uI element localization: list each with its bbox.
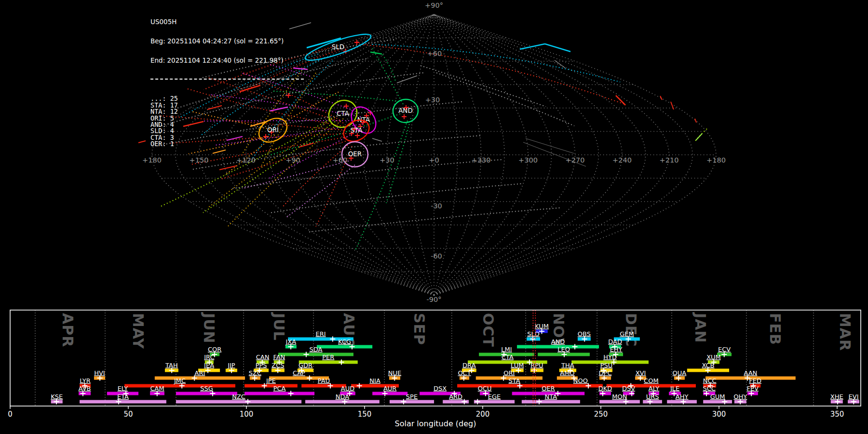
shower-label: EGE	[488, 393, 501, 400]
shower-label: FAN	[273, 353, 285, 361]
shower-label: PAU	[318, 377, 330, 384]
map-grid-meridian	[434, 14, 669, 295]
map-lon-label: +330	[472, 156, 491, 164]
meteor-trail	[285, 165, 355, 218]
meteor-segment	[372, 138, 382, 141]
map-lon-label: +300	[518, 156, 538, 164]
shower-label: PSU	[600, 362, 613, 369]
shower-label: ARD	[449, 393, 462, 400]
shower-label: SCC	[703, 385, 715, 392]
shower-label: AUR	[383, 385, 396, 392]
shower-count-list: ...: 25STA: 17NTA: 12ORI: 5AND: 4SLD: 4C…	[150, 95, 304, 147]
shower-label: AMO	[560, 369, 574, 377]
meteor-segment	[520, 44, 545, 49]
map-grid-meridian	[434, 14, 552, 295]
header-end: End: 20251104 12:24:40 (sol = 221.98°)	[150, 57, 304, 64]
shower-label: CTA	[502, 353, 514, 361]
shower-label: STA	[509, 377, 520, 384]
meteor-trail	[436, 73, 574, 126]
shower-label: NUE	[388, 369, 401, 377]
shower-label: ALY	[649, 385, 659, 392]
radiant-marker	[344, 104, 349, 108]
month-label: MAR	[837, 313, 854, 351]
meteor-segment	[397, 76, 417, 83]
shower-label: EHY	[610, 346, 623, 353]
x-tick-label: 0	[8, 410, 13, 419]
x-tick-label: 200	[476, 410, 490, 419]
shower-ellipse-label: AND	[398, 107, 413, 114]
shower-label: NDA	[336, 393, 350, 400]
shower-peak-marker	[572, 344, 578, 350]
shower-count-row: OER: 1	[150, 141, 304, 147]
shower-label: FEV	[747, 385, 759, 392]
shower-label: HVI	[94, 369, 105, 377]
shower-peak-marker	[303, 352, 309, 357]
shower-label: ARI	[195, 369, 205, 377]
shower-bar-aur	[372, 392, 407, 395]
x-tick-label: 150	[358, 410, 372, 419]
shower-label: OER	[542, 385, 555, 392]
shower-label: CAN	[256, 353, 270, 361]
shower-label: KCG	[338, 338, 351, 345]
meteor-trail	[271, 184, 522, 213]
shower-label: CAP	[293, 369, 305, 377]
map-lon-label: +30	[380, 156, 394, 164]
map-lat-label: +60	[427, 50, 442, 57]
shower-label: PER	[322, 353, 334, 361]
shower-label: XVI	[636, 369, 646, 377]
map-pole-label: +90°	[425, 1, 443, 9]
shower-label: THA	[561, 362, 574, 369]
plot-canvas: SLDCTANTASTAANDOERORI+90°-90°+180+150+12…	[0, 0, 868, 434]
shower-label: ELY	[118, 385, 128, 392]
shower-bar-spe	[390, 400, 434, 404]
shower-label: LUM	[511, 362, 524, 369]
map-grid-meridian	[434, 14, 598, 295]
shower-label: OHY	[733, 393, 747, 400]
shower-label: NOO	[573, 377, 588, 384]
map-lat-label: -60	[431, 252, 442, 260]
shower-label: JIP	[227, 362, 235, 369]
meteor-segment	[616, 95, 625, 105]
shower-label: XHE	[830, 393, 843, 400]
month-label: FEB	[767, 313, 784, 345]
shower-bar-kcg	[317, 345, 372, 349]
shower-label: AUD	[341, 385, 354, 392]
shower-bar-sda	[278, 353, 353, 356]
shower-label: DPC	[599, 369, 612, 377]
shower-label: ECV	[718, 346, 731, 353]
shower-label: LEO	[557, 346, 570, 353]
shower-label: JMC	[174, 377, 186, 384]
x-axis-title: Solar longitude (deg)	[395, 419, 476, 428]
shower-label: AVB	[79, 385, 91, 392]
shower-label: RPU	[530, 362, 543, 369]
map-lon-label: +0	[429, 156, 439, 164]
shower-label: ERI	[316, 330, 326, 338]
month-label: MAY	[130, 313, 147, 349]
shower-label: HYD	[603, 353, 617, 361]
shower-bar-noo	[558, 384, 603, 388]
shower-label: EVI	[849, 393, 859, 400]
meteor-plot-screen: SLDCTANTASTAANDOERORI+90°-90°+180+150+12…	[0, 0, 868, 434]
shower-peak-marker	[288, 391, 294, 396]
shower-label: ORI	[503, 369, 515, 377]
shower-label: DSV	[622, 385, 635, 392]
shower-label: OBS	[578, 330, 591, 338]
shower-label: SPE	[406, 393, 418, 400]
shower-peak-marker	[330, 337, 335, 342]
shower-label: DRA	[462, 362, 476, 369]
shower-label: JXA	[285, 338, 297, 345]
month-label: JAN	[692, 312, 709, 343]
radiant-marker	[402, 114, 407, 119]
x-tick-label: 250	[594, 410, 608, 419]
shower-label: IEA	[204, 362, 214, 369]
shower-label: NTA	[545, 393, 557, 400]
shower-peak-marker	[401, 399, 406, 405]
radiant-marker	[354, 40, 359, 45]
x-tick-label: 300	[712, 410, 726, 419]
shower-label: OCU	[478, 385, 492, 392]
shower-bar-nta	[522, 400, 580, 404]
map-lat-label: +30	[425, 96, 440, 104]
shower-label: ETA	[117, 393, 129, 400]
shower-bar-ari	[155, 377, 245, 380]
shower-label: DAD	[608, 338, 622, 345]
